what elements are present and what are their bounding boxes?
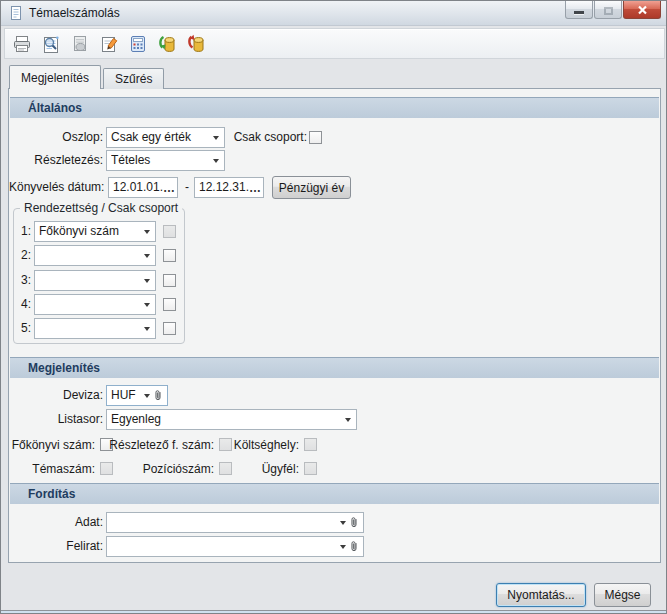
adat-label: Adat: — [9, 512, 103, 533]
minimize-icon — [574, 11, 584, 14]
tab-szures-label: Szűrés — [115, 72, 152, 86]
printer-icon — [11, 33, 33, 55]
minimize-button[interactable] — [565, 1, 593, 19]
close-icon — [637, 5, 648, 15]
datum-tol-field[interactable]: 12.01.01. … — [108, 177, 178, 198]
section-header-altalanos: Általános — [10, 97, 659, 118]
order-row-5-checkbox[interactable] — [163, 322, 176, 335]
date-picker-icon[interactable]: … — [163, 183, 176, 193]
csak-csoport-label: Csak csoport: — [213, 127, 307, 148]
printer-button[interactable] — [9, 31, 34, 56]
felirat-combobox[interactable] — [106, 536, 364, 557]
order-row-1-combobox[interactable]: Főkönyvi szám — [34, 221, 156, 242]
app-icon — [8, 5, 24, 21]
koltseghely-checkbox — [304, 438, 317, 451]
csak-csoport-checkbox[interactable] — [309, 131, 322, 144]
page-copy-button[interactable] — [67, 31, 92, 56]
database-export-button[interactable] — [183, 31, 208, 56]
maximize-icon — [604, 7, 613, 15]
chevron-down-icon — [340, 545, 346, 549]
order-row-5-combobox[interactable] — [34, 318, 156, 339]
order-row-2-combobox[interactable] — [34, 245, 156, 266]
cancel-button[interactable]: Mégse — [594, 583, 651, 607]
section-header-forditas: Fordítás — [10, 483, 659, 504]
order-row-4-combobox[interactable] — [34, 294, 156, 315]
order-row-1-checkbox — [163, 225, 176, 238]
section-header-megjelenites: Megjelenítés — [10, 357, 659, 378]
reszletezes-combobox[interactable]: Tételes — [106, 150, 225, 171]
print-button[interactable]: Nyomtatás... — [496, 583, 586, 607]
chevron-down-icon — [345, 418, 351, 422]
dialog-window: Témaelszámolás — [0, 0, 667, 614]
tab-megjelenites[interactable]: Megjelenítés — [9, 65, 101, 89]
penzugyi-ev-button[interactable]: Pénzügyi év — [272, 176, 351, 199]
chevron-down-icon — [144, 327, 150, 331]
temaszam-label: Témaszám: — [5, 459, 95, 480]
calculator-table-icon — [127, 33, 149, 55]
felirat-label: Felirat: — [9, 536, 103, 557]
window-title: Témaelszámolás — [29, 6, 120, 20]
order-row-2-label: 2: — [21, 245, 33, 266]
chevron-down-icon — [144, 303, 150, 307]
oszlop-combobox[interactable]: Csak egy érték — [106, 127, 225, 148]
listasor-combobox[interactable]: Egyenleg — [106, 409, 357, 430]
order-row-3-label: 3: — [21, 270, 33, 291]
chevron-down-icon — [144, 394, 150, 398]
reszletezes-label: Részletezés: — [9, 150, 103, 171]
order-row-5-label: 5: — [21, 318, 33, 339]
pozicioszam-label: Pozíciószám: — [109, 459, 214, 480]
section-title: Megjelenítés — [28, 361, 100, 375]
tab-szures[interactable]: Szűrés — [103, 68, 164, 89]
deviza-label: Deviza: — [9, 385, 103, 406]
rendezettseg-groupbox: Rendezettség / Csak csoport 1: Főkönyvi … — [13, 208, 185, 344]
oszlop-value: Csak egy érték — [111, 128, 209, 147]
window-bottom-edge — [1, 610, 666, 613]
database-import-icon — [156, 33, 178, 55]
order-row-4-label: 4: — [21, 294, 33, 315]
fokonyvi-szam-label: Főkönyvi szám: — [5, 435, 95, 456]
rendezettseg-title: Rendezettség / Csak csoport — [20, 201, 182, 215]
adat-combobox[interactable] — [106, 512, 364, 533]
paperclip-icon[interactable] — [350, 516, 358, 529]
paperclip-icon[interactable] — [154, 389, 162, 402]
close-button[interactable] — [623, 1, 661, 19]
datum-ig-field[interactable]: 12.12.31. … — [194, 177, 264, 198]
listasor-label: Listasor: — [9, 409, 103, 430]
titlebar: Témaelszámolás — [1, 1, 666, 26]
print-preview-icon — [40, 33, 62, 55]
reszletezo-f-szam-label: Részletező f. szám: — [109, 435, 214, 456]
maximize-button[interactable] — [594, 1, 622, 19]
chevron-down-icon — [144, 279, 150, 283]
order-row-1-label: 1: — [21, 221, 33, 242]
toolbar — [4, 28, 665, 59]
ugyfel-label: Ügyfél: — [224, 459, 299, 480]
chevron-down-icon — [213, 159, 219, 163]
tab-megjelenites-label: Megjelenítés — [21, 71, 89, 85]
database-export-icon — [185, 33, 207, 55]
oszlop-label: Oszlop: — [9, 127, 103, 148]
koltseghely-label: Költséghely: — [224, 435, 299, 456]
edit-document-icon — [98, 33, 120, 55]
konyveles-datum-label: Könyvelés dátum: — [9, 177, 103, 198]
tab-bar: Megjelenítés Szűrés — [9, 65, 166, 89]
page-copy-icon — [69, 33, 91, 55]
section-title: Általános — [28, 101, 82, 115]
chevron-down-icon — [144, 230, 150, 234]
edit-document-button[interactable] — [96, 31, 121, 56]
calculator-table-button[interactable] — [125, 31, 150, 56]
chevron-down-icon — [340, 521, 346, 525]
deviza-combobox[interactable]: HUF — [106, 385, 168, 406]
order-row-3-checkbox[interactable] — [163, 274, 176, 287]
database-import-button[interactable] — [154, 31, 179, 56]
order-row-2-checkbox[interactable] — [163, 249, 176, 262]
print-preview-button[interactable] — [38, 31, 63, 56]
datum-tol-value: 12.01.01. — [113, 178, 163, 197]
order-row-3-combobox[interactable] — [34, 270, 156, 291]
deviza-value: HUF — [111, 386, 140, 405]
paperclip-icon[interactable] — [350, 540, 358, 553]
reszletezes-value: Tételes — [111, 151, 209, 170]
date-picker-icon[interactable]: … — [249, 183, 262, 193]
datum-ig-value: 12.12.31. — [199, 178, 249, 197]
order-row-4-checkbox[interactable] — [163, 298, 176, 311]
chevron-down-icon — [144, 254, 150, 258]
